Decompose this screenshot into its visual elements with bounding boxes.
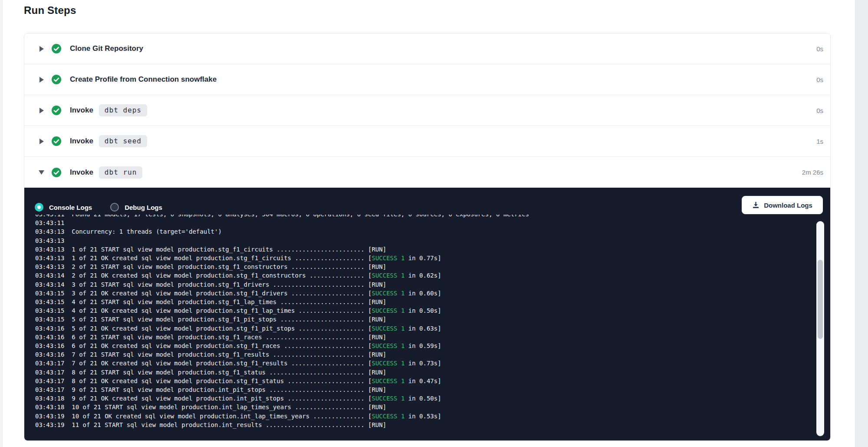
debug-logs-label: Debug Logs <box>125 204 162 211</box>
console-logs-radio[interactable]: Console Logs <box>35 203 92 212</box>
step-row-invoke-dbt-deps[interactable]: Invoke dbt deps 0s <box>24 95 830 126</box>
step-duration: 0s <box>816 45 823 53</box>
console-scrollbar[interactable] <box>816 221 824 436</box>
console-log-output: 03:43:11 Found 21 models, 17 tests, 0 sn… <box>35 215 804 435</box>
check-circle-icon <box>52 106 61 115</box>
step-duration: 0s <box>816 107 823 114</box>
radio-unselected-icon <box>110 203 119 212</box>
step-row-create-profile[interactable]: Create Profile from Connection snowflake… <box>24 64 830 95</box>
chevron-right-icon <box>39 108 44 113</box>
command-chip: dbt run <box>99 166 142 179</box>
step-duration: 1s <box>816 138 823 145</box>
page-title: Run Steps <box>24 4 76 17</box>
download-icon <box>752 202 760 209</box>
chevron-down-icon <box>39 169 44 175</box>
step-label: Create Profile from Connection snowflake <box>70 75 217 84</box>
step-label: Clone Git Repository <box>70 44 143 53</box>
radio-selected-icon <box>35 203 43 212</box>
console-log-text: 03:43:11 Found 21 models, 17 tests, 0 sn… <box>35 215 804 429</box>
run-steps-card: Clone Git Repository 0s Create Profile f… <box>24 33 831 441</box>
check-circle-icon <box>52 75 61 84</box>
chevron-right-icon <box>39 139 44 144</box>
console-scrollbar-thumb[interactable] <box>818 260 823 339</box>
step-label: Invoke <box>70 106 93 115</box>
step-row-invoke-dbt-seed[interactable]: Invoke dbt seed 1s <box>24 126 830 157</box>
page-left-edge <box>0 0 3 447</box>
download-logs-label: Download Logs <box>764 202 812 209</box>
chevron-right-icon <box>39 77 44 83</box>
command-chip: dbt seed <box>99 135 147 147</box>
download-logs-button[interactable]: Download Logs <box>742 196 823 214</box>
step-duration: 2m 26s <box>802 169 823 176</box>
page-right-gutter <box>855 0 868 447</box>
step-row-clone-git-repository[interactable]: Clone Git Repository 0s <box>24 33 830 64</box>
step-label: Invoke <box>70 137 93 146</box>
console-panel: Console Logs Debug Logs Download Logs 03… <box>24 188 830 440</box>
step-label: Invoke <box>70 168 93 177</box>
debug-logs-radio[interactable]: Debug Logs <box>110 203 162 212</box>
console-logs-label: Console Logs <box>49 204 92 211</box>
step-duration: 0s <box>816 76 823 83</box>
check-circle-icon <box>52 168 61 177</box>
command-chip: dbt deps <box>99 104 147 116</box>
check-circle-icon <box>52 136 61 146</box>
check-circle-icon <box>52 44 61 53</box>
step-row-invoke-dbt-run[interactable]: Invoke dbt run 2m 26s <box>24 157 830 188</box>
log-type-toggle: Console Logs Debug Logs <box>35 203 162 212</box>
chevron-right-icon <box>39 46 44 52</box>
